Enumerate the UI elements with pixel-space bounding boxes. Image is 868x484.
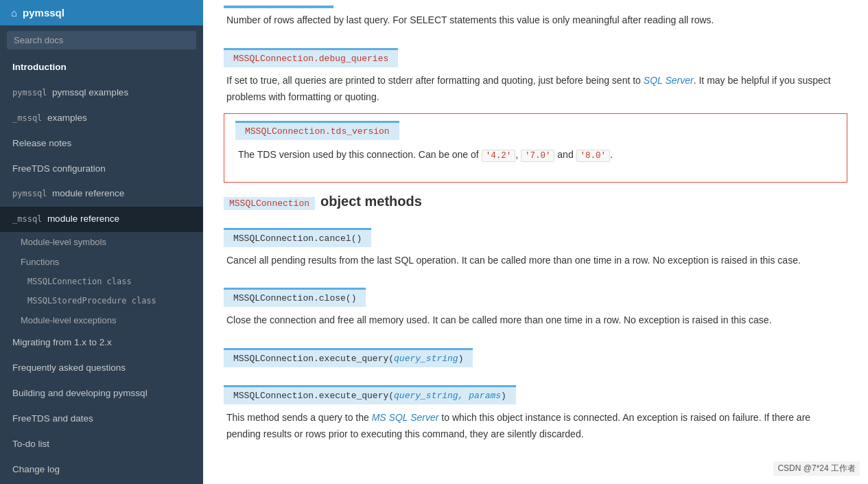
debug-queries-section: MSSQLConnection.debug_queries If set to … [224,37,847,106]
cancel-section: MSSQLConnection.cancel() Cancel all pend… [224,217,847,269]
sidebar-item-pymssql-examples[interactable]: pymssql pymssql examples [0,80,203,106]
sidebar-item-freetds-config[interactable]: FreeTDS configuration [0,157,203,182]
execute-query2-section: MSSQLConnection.execute_query(query_stri… [224,374,847,443]
rows-affected-text: Number of rows affected by last query. F… [224,12,847,29]
sidebar-item-module-symbols[interactable]: Module-level symbols [0,232,203,252]
mssqlconnection-tag: MSSQLConnection [224,197,315,210]
top-blue-bar [224,5,333,8]
tds-version-code: MSSQLConnection.tds_version [235,121,399,140]
sidebar-item-todo[interactable]: To-do list [0,432,203,457]
object-methods-heading: MSSQLConnection object methods [224,194,847,210]
tds-version-text: The TDS version used by this connection.… [235,147,836,163]
execute-query2-code: MSSQLConnection.execute_query(query_stri… [224,385,516,404]
execute-query1-code: MSSQLConnection.execute_query(query_stri… [224,348,473,367]
close-text: Close the connection and free all memory… [224,312,847,329]
object-methods-label: object methods [320,194,422,209]
tds-version-section: MSSQLConnection.tds_version The TDS vers… [224,113,847,182]
sidebar-item-changelog[interactable]: Change log [0,457,203,483]
search-box-wrap [0,25,203,55]
ms-sql-server-link: MS SQL Server [372,412,439,423]
rows-affected-section: Number of rows affected by last query. F… [224,12,847,29]
search-input[interactable] [7,31,196,49]
sidebar-item-mssql-examples[interactable]: _mssql examples [0,106,203,131]
execute-query1-section: MSSQLConnection.execute_query(query_stri… [224,337,847,367]
close-code: MSSQLConnection.close() [224,288,366,307]
sidebar-header[interactable]: ⌂ pymssql [0,0,203,25]
tds-v2: '7.0' [521,150,555,162]
debug-queries-text: If set to true, all queries are printed … [224,73,847,106]
sidebar-item-building[interactable]: Building and developing pymssql [0,381,203,406]
sidebar-item-mssqlstoredprocedure-class[interactable]: MSSQLStoredProcedure class [0,291,203,310]
sidebar-item-introduction[interactable]: Introduction [0,55,203,80]
sidebar-item-faq[interactable]: Frequently asked questions [0,356,203,381]
close-section: MSSQLConnection.close() Close the connec… [224,277,847,329]
home-icon: ⌂ [11,7,17,19]
tds-v1: '4.2' [482,150,516,162]
execute-query2-text: This method sends a query to the MS SQL … [224,410,847,443]
sidebar-item-mssqlconnection-class[interactable]: MSSQLConnection class [0,272,203,291]
sql-server-link: SQL Server [644,75,694,86]
sidebar-item-migrating[interactable]: Migrating from 1.x to 2.x [0,330,203,356]
main-content: Number of rows affected by last query. F… [203,0,868,484]
sidebar-item-release-notes[interactable]: Release notes [0,131,203,157]
sidebar: ⌂ pymssql Introduction pymssql pymssql e… [0,0,203,484]
sidebar-item-module-exceptions[interactable]: Module-level exceptions [0,310,203,330]
debug-queries-code: MSSQLConnection.debug_queries [224,48,398,67]
cancel-code: MSSQLConnection.cancel() [224,228,371,247]
sidebar-item-mssql-module-ref[interactable]: _mssql module reference [0,207,203,232]
sidebar-item-freetds-dates[interactable]: FreeTDS and dates [0,406,203,432]
tds-v3: '8.0' [576,150,611,162]
sidebar-item-pymssql-module-ref[interactable]: pymssql module reference [0,181,203,207]
sidebar-item-functions[interactable]: Functions [0,252,203,272]
watermark: CSDN @7*24 工作者 [773,461,860,476]
sidebar-title: pymssql [23,7,64,19]
cancel-text: Cancel all pending results from the last… [224,253,847,269]
